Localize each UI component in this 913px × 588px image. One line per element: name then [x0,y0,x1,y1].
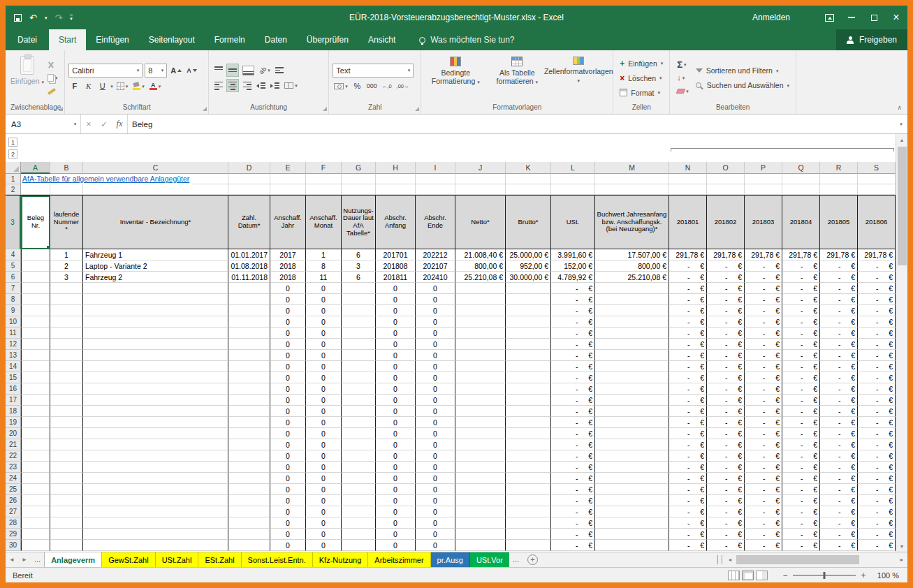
cell-Q17[interactable]: - € [782,395,820,406]
cell-F16[interactable]: 0 [306,383,342,395]
cell-L10[interactable]: - € [551,316,595,328]
cell-J20[interactable] [455,428,506,439]
cell-I19[interactable]: 0 [416,417,455,428]
column-header-Q[interactable]: Q [782,162,820,174]
cell-P20[interactable]: - € [745,428,782,439]
cell-A30[interactable] [21,540,50,551]
tell-me-box[interactable]: Was möchten Sie tun? [419,29,514,50]
cell-E19[interactable]: 0 [270,417,306,428]
sheet-nav-left-icon[interactable]: ◄ [6,552,18,567]
cell-O24[interactable]: - € [707,473,745,484]
cell-E1[interactable] [270,174,306,184]
cell-C19[interactable] [83,417,228,428]
cell-R17[interactable]: - € [820,395,858,406]
column-header-L[interactable]: L [551,162,595,174]
cell-S28[interactable]: - € [858,517,896,529]
cell-P2[interactable] [745,184,782,195]
cell-Q10[interactable]: - € [782,316,820,328]
cell-I14[interactable]: 0 [416,361,455,372]
cell-D23[interactable] [228,462,270,473]
cell-R13[interactable]: - € [820,350,858,361]
normal-view-icon[interactable] [728,571,740,580]
row-header-19[interactable]: 19 [6,417,21,428]
dialog-launcher-icon[interactable] [415,107,419,111]
cell-S27[interactable]: - € [858,506,896,517]
cell-Q22[interactable]: - € [782,450,820,462]
cell-P30[interactable]: - € [745,540,782,551]
cell-R25[interactable]: - € [820,484,858,495]
cell-D4[interactable]: 01.01.2017 [228,249,270,260]
cell-H29[interactable]: 0 [376,529,416,540]
find-select-button[interactable]: Suchen und Auswählen▾ [693,79,792,91]
cell-L11[interactable]: - € [551,328,595,339]
horizontal-scroll-thumb[interactable] [736,555,859,564]
customize-qat-icon[interactable]: ▾ [70,15,73,21]
cell-D25[interactable] [228,484,270,495]
dialog-launcher-icon[interactable] [203,107,207,111]
cell-B29[interactable] [50,529,83,540]
cell-P17[interactable]: - € [745,395,782,406]
cell-P22[interactable]: - € [745,450,782,462]
row-header-6[interactable]: 6 [6,272,21,283]
scroll-up-icon[interactable]: ▲ [896,134,907,145]
cell-J22[interactable] [455,450,506,462]
accounting-format-button[interactable]: ▾ [333,80,349,93]
cell-M16[interactable] [595,383,669,395]
cell-G5[interactable]: 3 [342,260,376,272]
cell-E16[interactable]: 0 [270,383,306,395]
cell-Q12[interactable]: - € [782,339,820,350]
column-header-M[interactable]: M [595,162,669,174]
cell-L26[interactable]: - € [551,495,595,506]
cell-O21[interactable]: - € [707,439,745,450]
cell-H10[interactable]: 0 [376,316,416,328]
cell-S2[interactable] [858,184,896,195]
afa-table-hyperlink[interactable]: AfA-Tabelle für allgemein verwendbare An… [22,174,193,184]
cell-N3[interactable]: 201801 [669,196,707,249]
cell-N16[interactable]: - € [669,383,707,395]
column-header-A[interactable]: A [21,162,50,174]
cell-A23[interactable] [21,462,50,473]
cell-P3[interactable]: 201803 [745,196,782,249]
cell-I18[interactable]: 0 [416,406,455,417]
outline-level-2-button[interactable]: 2 [8,149,17,159]
undo-button[interactable]: ↶ [29,13,37,22]
cell-N18[interactable]: - € [669,406,707,417]
row-header-22[interactable]: 22 [6,450,21,462]
cell-B28[interactable] [50,517,83,529]
cell-F11[interactable]: 0 [306,328,342,339]
cell-N14[interactable]: - € [669,361,707,372]
row-header-1[interactable]: 1 [6,174,21,184]
cell-E22[interactable]: 0 [270,450,306,462]
format-as-table-button[interactable]: Als Tabelle formatieren ▾ [486,53,548,103]
cell-O1[interactable] [707,174,745,184]
cell-G28[interactable] [342,517,376,529]
cell-D27[interactable] [228,506,270,517]
cell-D16[interactable] [228,383,270,395]
cell-N26[interactable]: - € [669,495,707,506]
cell-A27[interactable] [21,506,50,517]
cell-M15[interactable] [595,372,669,383]
cell-H24[interactable]: 0 [376,473,416,484]
cell-P15[interactable]: - € [745,372,782,383]
cell-J10[interactable] [455,316,506,328]
cell-D17[interactable] [228,395,270,406]
cell-M26[interactable] [595,495,669,506]
cell-A25[interactable] [21,484,50,495]
cell-styles-button[interactable]: Zellenformatvorlagen ▾ [548,53,609,103]
cell-Q28[interactable]: - € [782,517,820,529]
vertical-scroll-thumb[interactable] [898,147,907,265]
cell-K29[interactable] [506,529,551,540]
cell-N6[interactable]: - € [669,272,707,283]
sort-filter-button[interactable]: Sortieren und Filtern▾ [693,64,792,77]
cell-N21[interactable]: - € [669,439,707,450]
zoom-in-button[interactable]: + [857,571,870,580]
comma-style-button[interactable]: 000 [365,80,379,93]
cell-R27[interactable]: - € [820,506,858,517]
number-format-select[interactable]: Text▾ [333,64,414,78]
cell-J2[interactable] [455,184,506,195]
cell-L30[interactable]: - € [551,540,595,551]
cell-G16[interactable] [342,383,376,395]
cell-R2[interactable] [820,184,858,195]
cell-M18[interactable] [595,406,669,417]
cell-S10[interactable]: - € [858,316,896,328]
